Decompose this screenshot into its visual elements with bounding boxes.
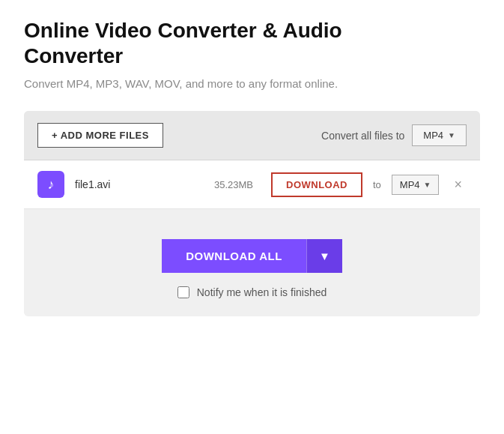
actions-area: DOWNLOAD ALL ▼ Notify me when it is fini… (24, 209, 480, 316)
converter-box: + ADD MORE FILES Convert all files to MP… (24, 111, 480, 316)
file-row: ♪ file1.avi 35.23MB DOWNLOAD to MP4 ▼ × (24, 160, 480, 209)
file-format-value: MP4 (400, 179, 420, 190)
download-all-arrow-icon: ▼ (319, 250, 330, 262)
convert-all-format-value: MP4 (423, 130, 443, 141)
file-format-select[interactable]: MP4 ▼ (392, 175, 440, 195)
converter-toolbar: + ADD MORE FILES Convert all files to MP… (24, 111, 480, 160)
file-chevron-down-icon: ▼ (424, 181, 431, 189)
file-size: 35.23MB (214, 179, 253, 190)
page-title: Online Video Converter & Audio Converter (24, 18, 480, 68)
convert-all-group: Convert all files to MP4 ▼ (321, 124, 467, 146)
download-all-group: DOWNLOAD ALL ▼ (162, 239, 342, 273)
download-all-button[interactable]: DOWNLOAD ALL (162, 239, 306, 273)
to-label: to (373, 179, 381, 190)
download-button[interactable]: DOWNLOAD (271, 172, 362, 197)
file-name: file1.avi (75, 178, 204, 190)
notify-row: Notify me when it is finished (177, 286, 327, 298)
add-more-files-button[interactable]: + ADD MORE FILES (37, 123, 163, 148)
page-subtitle: Convert MP4, MP3, WAV, MOV, and more to … (24, 77, 480, 90)
convert-all-label: Convert all files to (321, 130, 404, 142)
convert-all-format-select[interactable]: MP4 ▼ (412, 124, 467, 146)
file-type-icon: ♪ (37, 171, 64, 198)
notify-label: Notify me when it is finished (197, 286, 327, 298)
notify-checkbox[interactable] (177, 286, 189, 298)
chevron-down-icon: ▼ (448, 131, 455, 139)
download-all-arrow-button[interactable]: ▼ (306, 239, 342, 273)
remove-file-button[interactable]: × (449, 175, 467, 194)
